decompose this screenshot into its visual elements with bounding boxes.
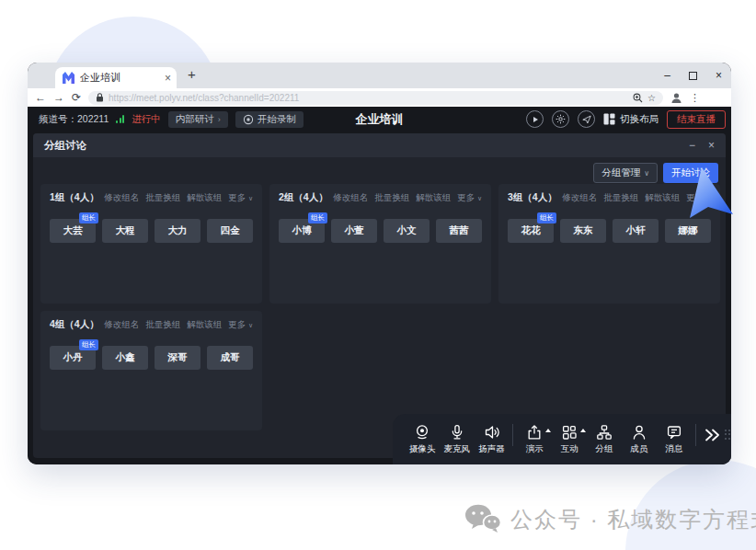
caret-up-icon	[545, 429, 551, 432]
window-controls: – ×	[664, 63, 722, 88]
browser-menu-icon[interactable]: ⋮	[690, 92, 700, 104]
panel-title: 分组讨论	[44, 139, 86, 153]
back-icon[interactable]: ←	[35, 92, 46, 103]
zoom-icon[interactable]	[633, 93, 643, 103]
leader-badge: 组长	[79, 339, 98, 350]
settings-gear-icon[interactable]	[552, 110, 569, 128]
browser-tab[interactable]: 企业培训 ×	[55, 67, 177, 88]
share-plane-icon[interactable]	[578, 110, 595, 128]
camera-icon	[413, 423, 431, 441]
rename-group-link[interactable]: 修改组名	[333, 192, 368, 204]
panel-minimize-icon[interactable]: −	[689, 139, 695, 152]
member-chip[interactable]: 花花组长	[508, 219, 554, 243]
url-field[interactable]: https://meet.polyv.net/class?channelId=2…	[88, 91, 663, 105]
group-discussion-panel: 分组讨论 − × 分组管理 ∨ 开始讨论 1组（4人）	[33, 133, 726, 458]
dismiss-group-link[interactable]: 解散该组	[187, 192, 222, 204]
interact-grid-icon	[560, 423, 578, 441]
grouping-orgchart-icon	[595, 423, 613, 441]
switch-layout-button[interactable]: 切换布局	[603, 113, 659, 126]
browser-tab-strip: 企业培训 × + – ×	[28, 63, 731, 88]
tab-close-icon[interactable]: ×	[165, 72, 171, 85]
rename-group-link[interactable]: 修改组名	[562, 192, 597, 204]
member-chip[interactable]: 小鑫	[102, 346, 148, 370]
chevron-down-icon: ∨	[477, 195, 482, 201]
dismiss-group-link[interactable]: 解散该组	[645, 192, 680, 204]
new-tab-button[interactable]: +	[188, 66, 196, 82]
present-button[interactable]: 演示	[517, 423, 552, 455]
chevron-down-icon: ∨	[248, 195, 253, 201]
speaker-button[interactable]: 扬声器	[475, 423, 510, 455]
member-chip[interactable]: 成哥	[207, 346, 253, 370]
chevron-down-icon: ∨	[644, 169, 649, 178]
member-chip[interactable]: 大芸组长	[50, 219, 96, 243]
playback-icon[interactable]	[526, 110, 544, 128]
group-name: 1组（4人）	[50, 191, 99, 204]
camera-button[interactable]: 摄像头	[405, 423, 440, 455]
member-chip[interactable]: 大程	[102, 219, 148, 243]
rename-group-link[interactable]: 修改组名	[104, 319, 139, 331]
leader-badge: 组长	[79, 212, 98, 223]
profile-avatar-icon[interactable]	[670, 92, 682, 104]
mode-button[interactable]: 内部研讨 ›	[168, 111, 228, 128]
bottom-toolbar: 摄像头 麦克风 扬声器	[393, 414, 731, 464]
member-chip[interactable]: 茜茜	[436, 219, 482, 243]
reload-icon[interactable]: ⟳	[72, 92, 81, 103]
drag-handle-dots[interactable]	[725, 430, 731, 441]
chevron-down-icon: ∨	[248, 322, 253, 328]
start-record-button[interactable]: 开始录制	[235, 111, 304, 128]
more-link[interactable]: 更多 ∨	[457, 192, 482, 204]
more-link[interactable]: 更多 ∨	[228, 319, 253, 331]
member-chip[interactable]: 小丹组长	[50, 346, 96, 370]
batch-move-link[interactable]: 批量换组	[145, 192, 180, 204]
tab-title: 企业培训	[80, 71, 159, 85]
bookmark-star-icon[interactable]: ☆	[647, 93, 656, 103]
panel-close-icon[interactable]: ×	[708, 139, 715, 152]
present-share-icon	[525, 423, 544, 441]
window-minimize-icon[interactable]: –	[664, 69, 670, 82]
dismiss-group-link[interactable]: 解散该组	[187, 319, 222, 331]
more-link[interactable]: 更多 ∨	[228, 192, 253, 204]
member-chip[interactable]: 东东	[560, 219, 606, 243]
messages-button[interactable]: 消息	[657, 423, 692, 455]
window-close-icon[interactable]: ×	[716, 69, 722, 82]
member-chip[interactable]: 大力	[155, 219, 200, 243]
app-topbar: 频道号：202211 进行中 内部研讨 › 开始录制 企业培训	[28, 107, 731, 132]
wechat-logo-icon	[464, 504, 501, 534]
microphone-button[interactable]: 麦克风	[440, 423, 475, 455]
signal-strength-icon	[116, 115, 124, 123]
group-card-1: 1组（4人） 修改组名 批量换组 解散该组 更多 ∨ 大芸组长 大程 大力 四金	[40, 184, 262, 304]
forward-icon[interactable]: →	[53, 92, 64, 103]
polyv-app: 频道号：202211 进行中 内部研讨 › 开始录制 企业培训	[28, 107, 731, 464]
window-maximize-icon[interactable]	[689, 72, 697, 80]
dismiss-group-link[interactable]: 解散该组	[416, 192, 451, 204]
end-live-button[interactable]: 结束直播	[667, 110, 726, 129]
group-card-4: 4组（4人） 修改组名 批量换组 解散该组 更多 ∨ 小丹组长 小鑫 深哥 成哥	[40, 311, 262, 430]
group-card-3: 3组（4人） 修改组名 批量换组 解散该组 更多 ∨ 花花组长 东东 小轩 娜娜	[498, 184, 720, 304]
members-person-icon	[630, 423, 648, 441]
live-status: 进行中	[132, 113, 161, 126]
group-grid: 1组（4人） 修改组名 批量换组 解散该组 更多 ∨ 大芸组长 大程 大力 四金	[40, 184, 718, 430]
layout-grid-icon	[603, 113, 615, 125]
toolbar-divider	[512, 424, 513, 446]
grouping-button[interactable]: 分组	[587, 423, 622, 455]
rename-group-link[interactable]: 修改组名	[104, 192, 139, 204]
expand-chevrons-icon[interactable]	[702, 426, 722, 444]
batch-move-link[interactable]: 批量换组	[145, 319, 180, 331]
speaker-icon	[483, 423, 501, 441]
panel-header: 分组讨论 − ×	[33, 133, 726, 157]
interact-button[interactable]: 互动	[552, 423, 587, 455]
member-chip[interactable]: 小轩	[613, 219, 659, 243]
member-chip[interactable]: 小萱	[331, 219, 377, 243]
url-text: https://meet.polyv.net/class?channelId=2…	[109, 93, 628, 103]
batch-move-link[interactable]: 批量换组	[603, 192, 638, 204]
group-card-2: 2组（4人） 修改组名 批量换组 解散该组 更多 ∨ 小博组长 小萱 小文 茜茜	[269, 184, 491, 304]
batch-move-link[interactable]: 批量换组	[374, 192, 409, 204]
members-button[interactable]: 成员	[622, 423, 657, 455]
group-name: 2组（4人）	[279, 191, 328, 204]
member-chip[interactable]: 四金	[207, 219, 253, 243]
channel-number: 频道号：202211	[39, 113, 109, 126]
member-chip[interactable]: 深哥	[155, 346, 200, 370]
member-chip[interactable]: 小博组长	[279, 219, 325, 243]
member-chip[interactable]: 小文	[384, 219, 430, 243]
group-manage-button[interactable]: 分组管理 ∨	[593, 163, 658, 183]
